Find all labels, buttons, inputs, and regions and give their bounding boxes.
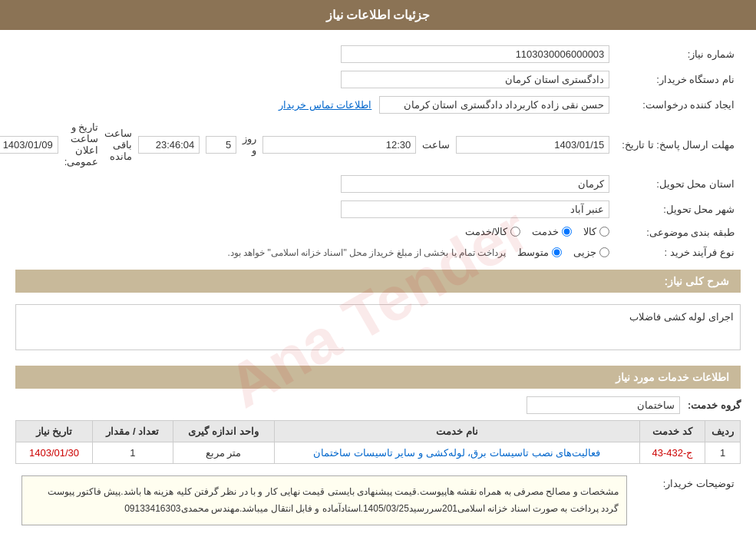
- cell-row-num: 1: [705, 442, 741, 464]
- subject-both-label: کالا/خدمت: [465, 226, 508, 237]
- table-header-name: نام خدمت: [274, 421, 639, 442]
- cell-count: 1: [93, 442, 173, 464]
- subject-kala-label: کالا: [583, 226, 596, 237]
- subject-radio-khadamat-input[interactable]: [562, 227, 572, 237]
- process-radio-mottavasset[interactable]: متوسط: [517, 247, 562, 258]
- subject-label: طبقه بندی موضوعی:: [616, 222, 741, 243]
- send-day-value: 5: [206, 136, 236, 154]
- process-label: نوع فرآیند خرید :: [616, 243, 741, 262]
- table-header-unit: واحد اندازه گیری: [173, 421, 274, 442]
- page-title: جزئیات اطلاعات نیاز: [326, 8, 431, 22]
- table-row: 1 ج-432-43 فعالیت‌های نصب تاسیسات برق، ل…: [16, 442, 741, 464]
- buyer-desc-label: توضیحات خریدار:: [633, 472, 741, 529]
- cell-date: 1403/01/30: [16, 442, 93, 464]
- table-header-count: تعداد / مقدار: [93, 421, 173, 442]
- subject-radio-kala[interactable]: کالا: [583, 226, 609, 237]
- page-header: جزئیات اطلاعات نیاز: [0, 0, 756, 30]
- process-jozi-label: جزیی: [573, 247, 596, 258]
- buyer-name-label: نام دستگاه خریدار:: [616, 67, 741, 92]
- send-time-value: 12:30: [262, 136, 416, 154]
- services-table: ردیف کد خدمت نام خدمت واحد اندازه گیری ت…: [15, 420, 741, 464]
- process-radio-jozi-input[interactable]: [599, 247, 609, 257]
- creator-label: ایجاد کننده درخواست:: [616, 92, 741, 118]
- send-date-label: مهلت ارسال پاسخ: تا تاریخ:: [616, 118, 741, 171]
- announce-value: 1403/01/09 - 12:18: [0, 136, 58, 154]
- creator-link[interactable]: اطلاعات تماس خریدار: [279, 99, 371, 111]
- process-radio-mottavasset-input[interactable]: [552, 247, 562, 257]
- process-radio-group: جزیی متوسط: [517, 247, 609, 258]
- subject-radio-khadamat[interactable]: خدمت: [532, 226, 572, 237]
- creator-value: حسن نقی زاده کاربرداد دادگستری استان کرم…: [379, 96, 609, 114]
- city-label: شهر محل تحویل:: [616, 197, 741, 222]
- subject-khadamat-label: خدمت: [532, 226, 559, 237]
- subject-radio-both-input[interactable]: [510, 227, 520, 237]
- need-number-value: 1103030006000003: [341, 45, 609, 63]
- subject-radio-kala-input[interactable]: [599, 227, 609, 237]
- table-header-row: ردیف: [705, 421, 741, 442]
- service-group-value: ساختمان: [527, 396, 680, 414]
- subject-radio-group: کالا خدمت کالا/خدمت: [465, 226, 610, 237]
- send-day-label: روز و: [243, 133, 256, 156]
- subject-radio-kala-khadamat[interactable]: کالا/خدمت: [465, 226, 521, 237]
- announce-label: تاریخ و ساعت اعلان عمومی:: [64, 121, 99, 167]
- send-time-label: ساعت: [422, 139, 450, 151]
- buyer-desc-value: مشخصات و مصالح مصرفی به همراه نقشه هاپیو…: [21, 475, 627, 525]
- process-mottavasset-label: متوسط: [517, 247, 549, 258]
- table-header-code: کد خدمت: [639, 421, 705, 442]
- send-date-value: 1403/01/15: [456, 136, 609, 154]
- overall-need-value: اجرای لوله کشی فاضلاب: [15, 304, 741, 350]
- need-number-label: شماره نیاز:: [616, 41, 741, 67]
- process-note: پرداخت تمام یا بخشی از مبلغ خریداز محل "…: [227, 247, 506, 258]
- remaining-label: ساعت باقی مانده: [104, 128, 132, 162]
- service-group-row: گروه خدمت: ساختمان: [15, 396, 741, 414]
- cell-code: ج-432-43: [639, 442, 705, 464]
- province-label: استان محل تحویل:: [616, 171, 741, 197]
- cell-name: فعالیت‌های نصب تاسیسات برق، لوله‌کشی و س…: [274, 442, 639, 464]
- remaining-value: 23:46:04: [138, 136, 200, 154]
- services-header: اطلاعات خدمات مورد نیاز: [15, 366, 741, 389]
- table-header-date: تاریخ نیاز: [16, 421, 93, 442]
- city-value: عنبر آباد: [341, 200, 609, 218]
- buyer-name-value: دادگستری استان کرمان: [341, 71, 609, 88]
- cell-unit: متر مربع: [173, 442, 274, 464]
- main-info-table: شماره نیاز: 1103030006000003 نام دستگاه …: [0, 41, 741, 262]
- buyer-desc-table: توضیحات خریدار: مشخصات و مصالح مصرفی به …: [15, 472, 741, 529]
- province-value: کرمان: [341, 175, 609, 193]
- overall-need-header: شرح کلی نیاز:: [15, 270, 741, 293]
- service-group-label: گروه خدمت:: [688, 399, 741, 411]
- process-radio-jozi[interactable]: جزیی: [573, 247, 609, 258]
